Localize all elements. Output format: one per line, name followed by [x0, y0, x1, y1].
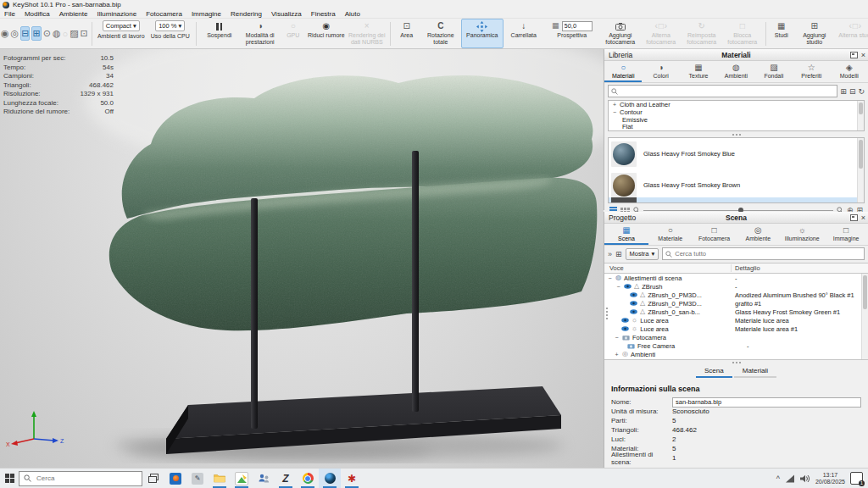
start-button[interactable] [0, 474, 19, 483]
thumbnail-size-slider[interactable] [643, 210, 833, 211]
tree-row-free-camera[interactable]: Free Camera - [604, 341, 868, 350]
library-search-input[interactable] [620, 87, 834, 95]
add-camera-button[interactable]: Aggiungi fotocamera [600, 19, 641, 47]
material-item-selected-partial[interactable] [609, 197, 858, 202]
monitor-icon[interactable]: ▨ [70, 26, 78, 41]
layout-split-right-icon[interactable]: ⊞ [31, 26, 41, 41]
tree-options-icon[interactable]: ⊞ [615, 250, 622, 258]
taskbar-app-image-editor[interactable] [231, 469, 253, 488]
taskbar-app-browser[interactable] [164, 469, 186, 488]
undock-icon[interactable] [850, 214, 858, 221]
menu-rendering[interactable]: Rendering [231, 10, 262, 18]
taskbar-app-share[interactable] [253, 469, 275, 488]
tree-item-emissive[interactable]: Emissive [609, 116, 864, 124]
studies-button[interactable]: ▦ Studi [769, 19, 794, 47]
tree-row-area-light[interactable]: ☼Luce area Materiale luce area [604, 316, 868, 324]
taskbar-app-chrome[interactable] [297, 469, 319, 488]
menu-finestra[interactable]: Finestra [311, 10, 336, 18]
refresh-icon[interactable]: ↻ [858, 87, 865, 96]
link-icon[interactable]: ○ [62, 26, 68, 41]
taskbar-search-input[interactable] [35, 474, 137, 483]
dolly-button[interactable]: ↓ Carrellata [504, 19, 544, 47]
target-icon[interactable]: ⊙ [43, 26, 51, 41]
workspace-dropdown[interactable]: Compact ▾ Ambienti di lavoro [95, 19, 147, 47]
collapse-icon[interactable]: − [615, 284, 621, 290]
tab-immagine[interactable]: □Immagine [824, 224, 868, 245]
undock-icon[interactable] [850, 52, 858, 58]
tree-row-mesh[interactable]: △ZBrush_0_PM3D... grafito #1 [604, 299, 868, 308]
taskbar-app-zbrush[interactable]: Z [275, 469, 297, 488]
area-render-button[interactable]: ⊡ Area [393, 19, 420, 47]
tree-row-environments[interactable]: +◎Ambienti [604, 350, 868, 358]
settings-gears-icon[interactable]: ◍ [53, 26, 61, 41]
network-icon[interactable] [785, 474, 795, 483]
render-viewport[interactable]: Fotogrammi per sec:10.5 Tempo:54s Campio… [0, 49, 604, 468]
tab-scena[interactable]: ▦Scena [604, 224, 648, 245]
collapse-icon[interactable]: − [612, 109, 617, 115]
expand-all-icon[interactable]: ⊞ [840, 87, 847, 96]
tab-ambienti[interactable]: ◍Ambienti [717, 61, 754, 82]
volume-icon[interactable] [800, 474, 810, 483]
menu-visualizza[interactable]: Visualizza [271, 10, 302, 18]
visibility-eye-icon[interactable] [621, 318, 629, 323]
taskbar-app-notes[interactable]: ✎ [186, 469, 209, 488]
subtab-scena[interactable]: Scena [696, 366, 732, 378]
scene-search[interactable] [662, 247, 865, 260]
close-icon[interactable]: × [861, 52, 865, 58]
menu-illuminazione[interactable]: Illuminazione [97, 10, 136, 18]
tab-materiali[interactable]: ○Materiali [604, 61, 642, 82]
mount-rod-right[interactable] [412, 151, 419, 412]
taskbar-search[interactable] [19, 471, 142, 486]
notification-center-icon[interactable]: 1 [850, 472, 863, 485]
tab-preferiti[interactable]: ☆Preferiti [793, 61, 830, 82]
cpu-usage-dropdown[interactable]: 100 % ▾ Uso della CPU [147, 19, 193, 47]
material-list-scrollbar[interactable] [857, 138, 864, 202]
expand-icon[interactable]: + [612, 102, 617, 108]
close-icon[interactable]: × [861, 214, 865, 221]
pan-button[interactable]: Panoramica [461, 19, 504, 48]
collapse-icon[interactable]: − [607, 275, 613, 281]
screenshot-icon[interactable]: ◎ [11, 26, 19, 41]
menu-file[interactable]: File [4, 10, 15, 18]
menu-ambiente[interactable]: Ambiente [59, 10, 88, 18]
library-tree-scrollbar[interactable] [857, 101, 864, 130]
project-splitter[interactable] [604, 360, 868, 365]
tab-colori[interactable]: ◑Colori [642, 61, 679, 82]
visibility-eye-icon[interactable] [624, 284, 632, 289]
tree-row-model-sets[interactable]: −◍Allestimenti di scena - [604, 274, 868, 282]
tab-ambiente[interactable]: ◎Ambiente [736, 224, 780, 245]
scene-name-input[interactable] [672, 397, 861, 408]
collapse-icon[interactable]: − [614, 335, 620, 341]
pause-button[interactable]: Sospendi [199, 19, 240, 47]
mount-rod-left[interactable] [251, 198, 258, 429]
panel-resize-handle[interactable] [606, 308, 608, 319]
tree-item-contour[interactable]: −Contour [609, 108, 864, 116]
subtab-materiali[interactable]: Materiali [734, 366, 776, 378]
tab-modelli[interactable]: ◈Modelli [831, 61, 868, 82]
tab-materiale[interactable]: ○Materiale [648, 224, 693, 245]
focal-length-input[interactable] [562, 21, 593, 31]
taskbar-app-keyshot[interactable] [319, 469, 341, 488]
tab-illuminazione[interactable]: ☼Illuminazione [780, 224, 824, 245]
visibility-eye-icon[interactable] [630, 309, 637, 314]
expand-icon[interactable]: + [614, 352, 620, 358]
add-study-button[interactable]: ⊞ Aggiungi studio [794, 19, 835, 47]
tree-item-flat[interactable]: Flat [609, 123, 864, 130]
region-frame-icon[interactable]: ⊡ [81, 26, 88, 41]
task-view-button[interactable] [142, 469, 164, 488]
tree-row-mesh[interactable]: △ZBrush_0_PM3D... Anodized Aluminum Brus… [604, 291, 868, 299]
library-search[interactable] [608, 85, 837, 97]
performance-mode-button[interactable]: ◑ Modalità di prestazioni [240, 19, 281, 47]
menu-aiuto[interactable]: Aiuto [345, 10, 360, 18]
clock[interactable]: 13:17 20/08/2025 [815, 472, 845, 485]
tray-chevron-icon[interactable]: ^ [776, 474, 780, 483]
scene-search-input[interactable] [675, 250, 861, 258]
tree-row-mesh[interactable]: △ZBrush_0_san-b... Glass Heavy Frost Smo… [604, 308, 868, 316]
tree-row-group-zbrush[interactable]: −△ZBrush - [604, 282, 868, 291]
taskbar-app-plugin[interactable]: ✱ [341, 469, 363, 488]
layout-split-left-icon[interactable]: ⊟ [20, 26, 30, 41]
visibility-eye-icon[interactable] [621, 326, 629, 331]
tab-fotocamera[interactable]: □Fotocamera [693, 224, 737, 245]
visibility-eye-icon[interactable] [630, 292, 637, 297]
tree-row-cameras[interactable]: −Fotocamera [604, 333, 868, 341]
